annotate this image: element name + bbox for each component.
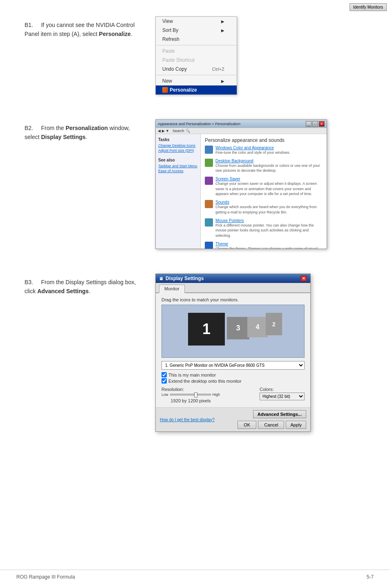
link-color-appearance[interactable]: Windows Color and Appearance — [215, 146, 290, 150]
menu-item-paste[interactable]: Paste — [156, 47, 237, 56]
link-screen-saver[interactable]: Screen Saver — [215, 177, 323, 181]
see-also-title: See also — [158, 158, 198, 162]
desc-sounds: Change which sounds are heard when you d… — [215, 205, 317, 214]
b3-text: B3. From the Display Settings dialog box… — [25, 274, 139, 296]
personalize-icon — [162, 87, 168, 93]
monitor-select[interactable]: 1. Generic PnP Monitor on NVIDIA GeForce… — [161, 361, 305, 370]
monitor-2[interactable]: 2 — [266, 313, 282, 335]
dialog-footer: How do I get the best display? Advanced … — [156, 407, 310, 431]
sidebar-link-taskbar[interactable]: Taskbar and Start Menu — [158, 164, 198, 168]
checkbox-extend-desktop-input[interactable] — [161, 378, 167, 384]
link-theme[interactable]: Theme — [215, 242, 323, 246]
tasks-title: Tasks — [158, 137, 198, 142]
advanced-settings-btn[interactable]: Advanced Settings... — [253, 410, 306, 418]
b3-step: B3. — [25, 279, 33, 285]
checkbox-main-monitor-input[interactable] — [161, 372, 167, 377]
menu-separator-1 — [156, 45, 237, 45]
search-icon[interactable]: 🔍 — [186, 129, 190, 133]
menu-undo-copy-label: Undo Copy — [162, 66, 187, 72]
menu-item-sortby[interactable]: Sort By ▶ — [156, 26, 237, 35]
persona-item-5-text: Theme Change the theme. Themes can chang… — [215, 242, 323, 249]
persona-item-3: Sounds Change which sounds are heard whe… — [205, 200, 323, 215]
checkbox-main-monitor: This is my main monitor — [161, 372, 305, 377]
slider-track[interactable] — [170, 394, 211, 395]
resolution-section: Resolution: Low High 1920 by 1200 pixels — [161, 387, 305, 403]
monitor-1[interactable]: 1 — [188, 313, 225, 346]
b2-text-after: . — [85, 134, 87, 140]
menu-sortby-label: Sort By — [162, 27, 178, 33]
b2-text-before: From the — [41, 125, 65, 131]
footer-product-name: ROG Rampage III Formula — [16, 574, 75, 580]
apply-btn[interactable]: Apply — [286, 421, 306, 429]
menu-item-view[interactable]: View ▶ — [156, 17, 237, 26]
persona-item-2-text: Screen Saver Change your screen saver or… — [215, 177, 323, 197]
checkbox-extend-desktop-label: Extend the desktop onto this monitor — [168, 379, 242, 384]
menu-sortby-arrow: ▶ — [221, 28, 224, 33]
menu-item-personalize[interactable]: Personalize — [156, 85, 237, 94]
monitor-4[interactable]: 4 — [247, 317, 268, 337]
menu-undo-copy-shortcut: Ctrl+Z — [212, 67, 224, 72]
menu-item-paste-shortcut[interactable]: Paste Shortcut — [156, 56, 237, 65]
context-menu: View ▶ Sort By ▶ Refresh Paste Paste Sho… — [155, 16, 237, 95]
b2-bold2: Display Settings — [41, 134, 85, 140]
section-b3: B3. From the Display Settings dialog box… — [25, 274, 365, 432]
sidebar-link-fontsize[interactable]: Adjust Font size (DPI) — [158, 148, 198, 153]
desktop-bg-icon — [205, 159, 213, 167]
persona-item-5: Theme Change the theme. Themes can chang… — [205, 242, 323, 249]
monitor-3[interactable]: 3 — [227, 317, 249, 339]
link-sounds[interactable]: Sounds — [215, 200, 323, 204]
ok-btn[interactable]: OK — [238, 421, 256, 429]
sidebar-link-ease[interactable]: Ease of Access — [158, 169, 198, 173]
b3-bold: Advanced Settings — [37, 288, 89, 294]
toolbar-search: Search — [173, 129, 184, 133]
window-controls: _ □ ✕ — [306, 121, 325, 127]
minimize-btn[interactable]: _ — [306, 121, 312, 127]
menu-view-label: View — [162, 18, 173, 24]
link-desktop-bg[interactable]: Desktop Background — [215, 159, 323, 163]
window-titlebar: Appearance and Personalization > Persona… — [156, 120, 327, 128]
persona-item-1: Desktop Background Choose from available… — [205, 159, 323, 173]
dialog-body: Drag the icons to match your monitors. I… — [156, 293, 310, 407]
b3-text-after: . — [89, 288, 90, 294]
footer-page-number: 5-7 — [367, 574, 374, 580]
checkbox-main-monitor-label: This is my main monitor — [168, 373, 216, 377]
desc-theme: Change the theme. Themes can change a wi… — [215, 247, 318, 249]
theme-icon — [205, 242, 213, 249]
sidebar-link-desktop-icons[interactable]: Change Desktop Icons — [158, 144, 198, 148]
slider-thumb[interactable] — [194, 393, 197, 397]
checkbox-extend-desktop: Extend the desktop onto this monitor — [161, 378, 305, 384]
colors-select[interactable]: Highest (32 bit) — [260, 393, 305, 400]
menu-refresh-label: Refresh — [162, 36, 179, 42]
drag-instructions-row: Drag the icons to match your monitors. I… — [161, 297, 305, 302]
b1-text-after: . — [131, 31, 132, 37]
window-main: Personalize appearance and sounds Window… — [201, 134, 327, 249]
best-display-link[interactable]: How do I get the best display? — [160, 417, 215, 422]
pixel-text: 1920 by 1200 pixels — [161, 398, 220, 403]
menu-new-label: New — [162, 78, 172, 84]
high-label: High — [213, 393, 220, 397]
persona-main-title: Personalize appearance and sounds — [205, 137, 323, 143]
menu-item-undo-copy[interactable]: Undo Copy Ctrl+Z — [156, 65, 237, 74]
menu-paste-label: Paste — [162, 48, 175, 54]
footer-buttons: OK Cancel Apply — [238, 421, 306, 429]
tab-monitor[interactable]: Monitor — [159, 285, 185, 293]
page-content: B1. If you cannot see the NVIDIA Control… — [0, 0, 390, 473]
menu-item-new[interactable]: New ▶ — [156, 76, 237, 85]
identify-monitors-btn[interactable]: Identify Monitors — [350, 3, 387, 11]
maximize-btn[interactable]: □ — [312, 121, 318, 127]
b1-bold: Personalize — [99, 31, 131, 37]
menu-paste-shortcut-label: Paste Shortcut — [162, 57, 195, 63]
footer-left: How do I get the best display? — [160, 417, 215, 422]
section-b2: B2. From the Personalization window, sel… — [25, 119, 365, 249]
monitor-display: 1 3 4 2 — [184, 311, 282, 352]
resolution-left: Resolution: Low High 1920 by 1200 pixels — [161, 387, 220, 403]
link-mouse[interactable]: Mouse Pointers — [215, 218, 323, 223]
close-btn[interactable]: ✕ — [319, 121, 325, 127]
cancel-btn[interactable]: Cancel — [258, 421, 284, 429]
dialog-close-btn[interactable]: ✕ — [300, 276, 307, 281]
screen-saver-icon — [205, 177, 213, 185]
desc-desktop-bg: Choose from available backgrounds or col… — [215, 164, 320, 173]
window-sidebar: Tasks Change Desktop Icons Adjust Font s… — [156, 134, 201, 249]
b1-text: B1. If you cannot see the NVIDIA Control… — [25, 16, 139, 39]
menu-item-refresh[interactable]: Refresh — [156, 35, 237, 44]
